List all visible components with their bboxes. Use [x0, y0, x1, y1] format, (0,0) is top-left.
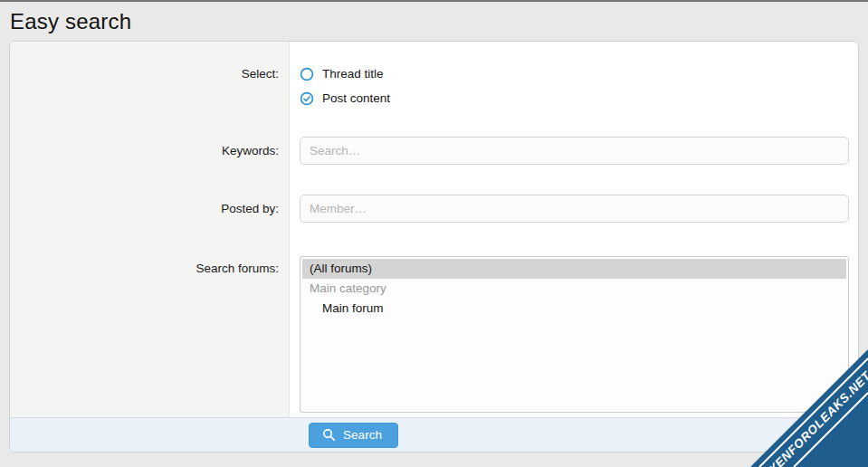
select-label: Select:: [10, 62, 289, 81]
radio-post-content[interactable]: Post content: [300, 86, 849, 110]
form-footer: Search: [10, 417, 858, 452]
list-option-main-forum[interactable]: Main forum: [302, 299, 846, 319]
select-row: Select: Thread title Post content: [10, 62, 858, 110]
list-option-all-forums[interactable]: (All forums): [302, 259, 846, 279]
page-header: Easy search: [0, 2, 868, 41]
select-options: Thread title Post content: [289, 62, 858, 110]
search-button-label: Search: [343, 428, 382, 442]
radio-unchecked-icon: [300, 67, 314, 81]
keywords-input[interactable]: [300, 137, 849, 165]
radio-label: Post content: [322, 91, 390, 105]
posted-by-row: Posted by:: [10, 195, 858, 223]
search-forums-label: Search forums:: [10, 256, 289, 275]
posted-by-input[interactable]: [300, 195, 849, 223]
keywords-row: Keywords:: [10, 137, 858, 165]
page-title: Easy search: [10, 9, 131, 34]
radio-checked-icon: [300, 91, 314, 106]
search-button[interactable]: Search: [309, 423, 398, 448]
easy-search-form: Select: Thread title Post content: [9, 41, 859, 453]
posted-by-label: Posted by:: [10, 202, 289, 215]
search-icon: [322, 428, 336, 442]
form-body: Select: Thread title Post content: [10, 42, 858, 417]
radio-label: Thread title: [322, 67, 384, 81]
search-forums-row: Search forums: (All forums) Main categor…: [10, 256, 858, 413]
keywords-label: Keywords:: [10, 144, 289, 157]
radio-thread-title[interactable]: Thread title: [300, 62, 849, 86]
forums-listbox[interactable]: (All forums) Main category Main forum: [300, 256, 849, 413]
list-option-main-category[interactable]: Main category: [302, 279, 846, 299]
